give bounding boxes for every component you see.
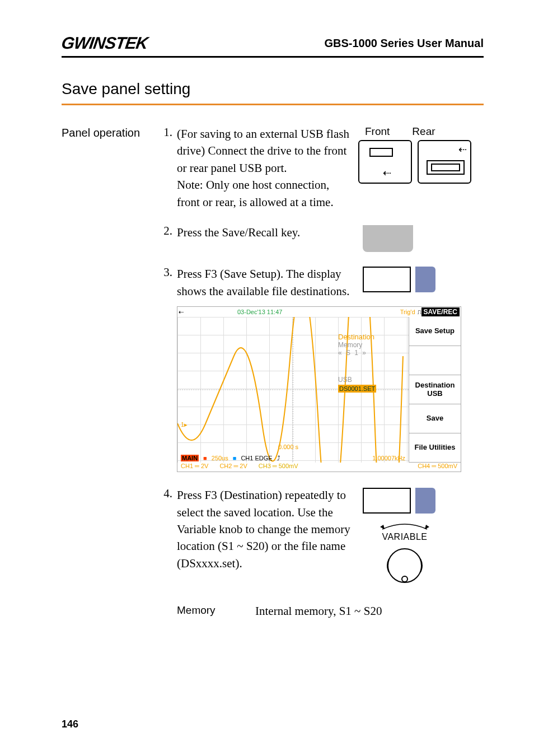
svg-text:1▸: 1▸ <box>181 421 188 428</box>
destination-overlay: Destination Memory « S 1 » USB DS0001.SE… <box>338 333 405 393</box>
step-number: 1. <box>157 125 177 139</box>
side-label: Panel operation <box>62 125 157 139</box>
edge-icon: ⤴ <box>277 455 280 461</box>
step-text: Press F3 (Destination) repeatedly to sel… <box>177 487 358 572</box>
memory-label: Memory <box>177 604 233 618</box>
step-4-row: 4. Press F3 (Destination) repeatedly to … <box>62 487 484 591</box>
page-header: GWINSTEK GBS-1000 Series User Manual <box>62 34 484 53</box>
ch3-readout: CH3 ═ 500mV <box>259 463 298 472</box>
trigger-source: CH1 EDGE <box>241 455 272 461</box>
usb-port-diagram: Front Rear ⇠ ⇠ <box>358 125 484 184</box>
step-number: 3. <box>157 265 177 279</box>
ch4-readout: CH4 ═ 500mV <box>418 463 457 472</box>
f3-key-icon <box>363 488 484 514</box>
destination-title: Destination <box>338 333 405 341</box>
ch2-readout: CH2 ═ 2V <box>219 463 247 472</box>
memory-description: Internal memory, S1 ~ S20 <box>255 604 382 618</box>
scope-softkey-menu: Save Setup Destination USB Save File Uti… <box>409 317 461 463</box>
scope-trigger-status: Trig'd <box>400 309 415 315</box>
destination-memory-label: Memory <box>338 341 405 349</box>
f3-key-icon <box>363 267 484 292</box>
rear-label: Rear <box>412 125 435 138</box>
scope-datetime: 03-Dec'13 11:47 <box>237 309 282 315</box>
header-rule <box>62 56 484 58</box>
memory-description-row: Memory Internal memory, S1 ~ S20 <box>177 604 484 618</box>
softkey-empty[interactable] <box>409 346 461 375</box>
step-1-row: Panel operation 1. (For saving to an ext… <box>62 125 484 211</box>
softkey-save-setup[interactable]: Save Setup <box>409 317 461 346</box>
front-label: Front <box>365 125 390 138</box>
page-number: 146 <box>62 718 78 730</box>
scope-waveform-area: 1▸ Destination Memory « S 1 » USB DS0001… <box>177 317 409 463</box>
step-2-row: 2. Press the Save/Recall key. <box>62 224 484 252</box>
svg-point-5 <box>388 549 421 582</box>
svg-marker-3 <box>380 525 385 529</box>
step-number: 4. <box>157 487 177 501</box>
usb-icon: ⇠ <box>458 143 467 156</box>
destination-memory-value: « S 1 » <box>338 349 405 357</box>
step-text: Press the Save/Recall key. <box>177 224 358 241</box>
step-text: (For saving to an external USB flash dri… <box>177 125 358 211</box>
softkey-file-utilities[interactable]: File Utilities <box>409 433 461 463</box>
brand-text: GWINSTEK <box>60 34 149 53</box>
step-number: 2. <box>157 224 177 238</box>
knob-icon <box>382 543 427 588</box>
frequency-readout: 1.00007kHz <box>372 455 405 461</box>
knob-arrows-icon <box>371 521 438 531</box>
main-label: MAIN <box>181 455 199 461</box>
softkey-save[interactable]: Save <box>409 404 461 433</box>
oscilloscope-screenshot: ⇠ 03-Dec'13 11:47 Trig'd ⎍ SAVE/REC 1▸ D… <box>177 306 461 472</box>
time-center: 0.000 s <box>278 444 298 450</box>
document-title: GBS-1000 Series User Manual <box>324 37 484 50</box>
trigger-icon: ⎍ <box>418 309 421 315</box>
svg-marker-4 <box>425 525 429 529</box>
step-text: Press F3 (Save Setup). The display shows… <box>177 265 358 300</box>
usb-icon: ⇠ <box>383 167 391 179</box>
front-port-icon: ⇠ <box>358 140 412 184</box>
destination-usb-label: USB <box>338 376 405 384</box>
softkey-destination[interactable]: Destination USB <box>409 375 461 404</box>
timebase-value: 250us <box>212 455 228 461</box>
rear-port-icon: ⇠ <box>418 140 471 184</box>
usb-icon: ⇠ <box>179 309 184 316</box>
ch1-readout: CH1 ═ 2V <box>181 463 208 472</box>
variable-knob-diagram: VARIABLE <box>368 521 441 591</box>
brand-logo: GWINSTEK <box>62 34 148 53</box>
variable-label: VARIABLE <box>368 532 441 542</box>
destination-filename: DS0001.SET <box>338 385 376 393</box>
svg-point-6 <box>402 576 407 582</box>
section-rule <box>62 104 484 105</box>
section-title: Save panel setting <box>62 80 484 98</box>
scope-menu-title: SAVE/REC <box>421 307 460 316</box>
step-3-row: 3. Press F3 (Save Setup). The display sh… <box>62 265 484 300</box>
save-recall-key-icon <box>363 225 413 252</box>
